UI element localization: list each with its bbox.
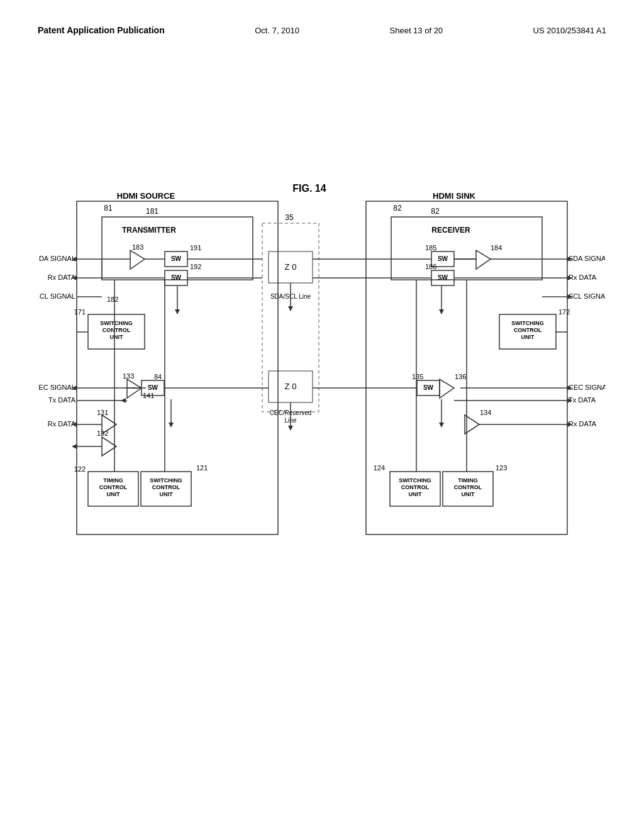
scu171-label2: CONTROL bbox=[103, 327, 131, 333]
sw135-label: SW bbox=[423, 384, 434, 391]
diagram-container: FIG. 14 HDMI SOURCE 81 HDMI SINK 82 35 1… bbox=[38, 176, 606, 604]
n185-label: 185 bbox=[425, 244, 436, 252]
n131-label: 131 bbox=[97, 409, 108, 416]
scu121-label1: SWITCHING bbox=[150, 477, 182, 484]
z0-top-label: Z 0 bbox=[285, 262, 297, 272]
cec-down-arrow-left bbox=[169, 423, 174, 428]
scu124-label2: CONTROL bbox=[401, 484, 430, 490]
tcu123-label3: UNIT bbox=[462, 491, 475, 497]
scu172-label2: CONTROL bbox=[514, 327, 542, 333]
amp184 bbox=[476, 250, 491, 269]
scl-signal-left: SCL SIGNAL bbox=[39, 292, 75, 300]
sda-signal-left: SDA SIGNAL bbox=[39, 255, 75, 262]
page: Patent Application Publication Oct. 7, 2… bbox=[0, 0, 644, 830]
sw186-label: SW bbox=[438, 274, 448, 281]
n122-label: 122 bbox=[74, 465, 86, 473]
amp133 bbox=[127, 379, 142, 398]
sheet-label: Sheet 13 of 20 bbox=[390, 26, 443, 35]
n124-label: 124 bbox=[374, 464, 385, 472]
sw192-label: SW bbox=[171, 274, 182, 281]
n84-label: 84 bbox=[154, 373, 162, 380]
tcu123-label1: TIMING bbox=[458, 477, 478, 484]
sw185-label: SW bbox=[438, 255, 448, 262]
n171-label: 171 bbox=[74, 308, 86, 316]
scl-signal-right: SCL SIGNAL bbox=[569, 292, 605, 300]
n82b-label: 82 bbox=[431, 207, 440, 216]
rx-data-arrow-left3 bbox=[72, 444, 77, 449]
sw84-label: SW bbox=[148, 384, 158, 391]
z0-bot-label: Z 0 bbox=[285, 382, 297, 391]
tcu122-label3: UNIT bbox=[107, 491, 120, 497]
n181-label: 181 bbox=[146, 207, 158, 216]
n81-label: 81 bbox=[104, 204, 113, 213]
z0-bot-down-arrow bbox=[288, 426, 293, 431]
transmitter-label: TRANSMITTER bbox=[122, 226, 176, 235]
n35-label: 35 bbox=[285, 213, 294, 222]
n135-label: 135 bbox=[412, 373, 423, 380]
scu172-label1: SWITCHING bbox=[511, 320, 544, 326]
amp136 bbox=[440, 379, 454, 398]
sda-signal-right: SDA SIGNAL bbox=[569, 255, 605, 262]
n183-label: 183 bbox=[132, 243, 143, 251]
n132-label: 132 bbox=[97, 429, 108, 437]
scu172-label3: UNIT bbox=[521, 334, 535, 340]
n186-label: 186 bbox=[425, 263, 436, 270]
n82-label: 82 bbox=[393, 204, 402, 213]
scu121-label3: UNIT bbox=[160, 491, 173, 497]
n192-label: 192 bbox=[190, 263, 201, 270]
tcu123-label2: CONTROL bbox=[454, 484, 482, 490]
n134-label: 134 bbox=[480, 409, 491, 416]
scu171-label1: SWITCHING bbox=[100, 320, 133, 326]
hdmi-source-label: HDMI SOURCE bbox=[117, 191, 175, 201]
scu171-label3: UNIT bbox=[110, 334, 123, 340]
n172-label: 172 bbox=[558, 308, 570, 316]
tcu122-label2: CONTROL bbox=[99, 484, 128, 490]
n182-label: 182 bbox=[107, 296, 118, 303]
rx-data-left2: Rx DATA bbox=[48, 420, 76, 428]
scu121-label2: CONTROL bbox=[152, 484, 180, 490]
right-down-arrow bbox=[439, 309, 444, 314]
publication-label: Patent Application Publication bbox=[38, 25, 165, 35]
date-label: Oct. 7, 2010 bbox=[255, 26, 299, 35]
receiver-label: RECEIVER bbox=[431, 226, 470, 235]
amp183 bbox=[130, 250, 145, 269]
page-header: Patent Application Publication Oct. 7, 2… bbox=[38, 25, 606, 35]
cec-signal-right: CEC SIGNAL bbox=[569, 384, 605, 391]
tx-data-right: Tx DATA bbox=[569, 396, 596, 404]
rx-data-left1: Rx DATA bbox=[48, 274, 76, 281]
fig-title: FIG. 14 bbox=[292, 183, 326, 194]
tx-data-left: Tx DATA bbox=[48, 396, 76, 404]
cec-signal-left: CEC SIGNAL bbox=[39, 384, 75, 391]
tx-arrow-left bbox=[121, 398, 126, 403]
cec-down-arrow-right bbox=[439, 423, 444, 428]
scu124-label1: SWITCHING bbox=[399, 477, 431, 484]
n184-label: 184 bbox=[491, 244, 502, 252]
n191-label: 191 bbox=[190, 244, 201, 252]
n121-label: 121 bbox=[196, 464, 208, 472]
n133-label: 133 bbox=[123, 372, 134, 380]
n123-label: 123 bbox=[496, 464, 507, 472]
patent-number: US 2010/253841 A1 bbox=[533, 26, 606, 35]
fig14-diagram: FIG. 14 HDMI SOURCE 81 HDMI SINK 82 35 1… bbox=[39, 176, 605, 604]
sw191-label: SW bbox=[171, 255, 182, 262]
n136-label: 136 bbox=[455, 373, 466, 380]
hdmi-sink-label: HDMI SINK bbox=[433, 191, 476, 201]
rx-data-right2: Rx DATA bbox=[569, 420, 597, 428]
n141-label: 141 bbox=[143, 392, 154, 399]
z0-top-down-arrow bbox=[288, 306, 293, 311]
rx-data-right1: Rx DATA bbox=[569, 274, 597, 281]
tcu122-label1: TIMING bbox=[103, 477, 123, 484]
scu124-label3: UNIT bbox=[409, 491, 422, 497]
left-down-arrow bbox=[175, 309, 180, 314]
